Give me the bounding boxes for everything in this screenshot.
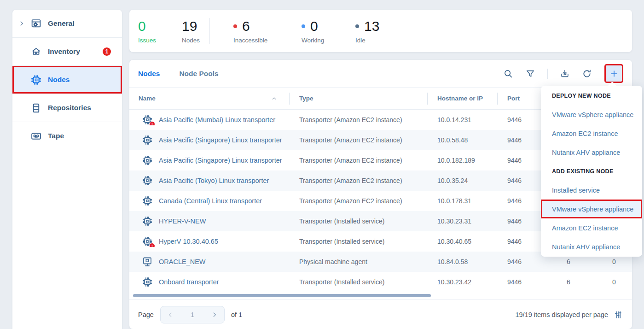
column-label: Name — [139, 95, 156, 102]
status-dot-icon — [355, 24, 359, 28]
stat-issues: 0 Issues — [138, 17, 156, 44]
sidebar-item-label: Inventory — [48, 47, 80, 56]
stat-label: Working — [302, 37, 324, 44]
stat-label: Idle — [355, 37, 379, 44]
gear-window-icon — [30, 18, 42, 29]
stat-label: Issues — [138, 37, 156, 44]
sidebar-item-label: Nodes — [48, 76, 70, 84]
node-hostname: 10.0.14.231 — [427, 116, 497, 123]
import-icon[interactable] — [560, 69, 570, 79]
tab-node-pools[interactable]: Node Pools — [179, 70, 218, 78]
dropdown-item-vmware-vsphere-appliance[interactable]: VMware vSphere appliance — [541, 105, 642, 124]
chevron-right-icon[interactable] — [18, 105, 30, 111]
chevron-right-icon[interactable] — [18, 76, 30, 83]
table-row[interactable]: ! Onboard transporter Transporter (Insta… — [129, 272, 632, 292]
node-type: Transporter (Installed service) — [289, 217, 427, 225]
dropdown-item-amazon-ec2-instance[interactable]: Amazon EC2 instance — [541, 218, 642, 237]
stat-label: Nodes — [182, 37, 200, 44]
stat-value: 19 — [182, 17, 197, 35]
node-name-link[interactable]: Asia Pacific (Singapore) Linux transport… — [159, 136, 282, 144]
dropdown-item-nutanix-ahv-appliance[interactable]: Nutanix AHV appliance — [541, 143, 642, 162]
node-port: 9446 — [497, 177, 541, 184]
stat-value: 13 — [364, 17, 379, 35]
scrollbar-thumb[interactable] — [133, 294, 431, 297]
node-type: Transporter (Amazon EC2 instance) — [289, 177, 427, 184]
stat-nodes: 19 Nodes — [182, 17, 200, 44]
column-header-port[interactable]: Port — [497, 88, 541, 109]
dropdown-section-header: ADD EXISTING NODE — [541, 162, 642, 181]
table-footer: Page 1 of 1 19/19 items displayed per pa… — [129, 300, 632, 329]
stat-working: 0 Working — [302, 17, 324, 44]
chevron-right-icon[interactable] — [18, 20, 30, 27]
node-hostname: 10.0.178.31 — [427, 197, 497, 205]
transporter-icon: ! — [142, 155, 153, 166]
transporter-icon: ! — [142, 175, 153, 186]
node-name-link[interactable]: Asia Pacific (Tokyo) Linux transporter — [159, 177, 269, 184]
node-type: Transporter (Amazon EC2 instance) — [289, 116, 427, 123]
node-hostname: 10.0.58.48 — [427, 136, 497, 144]
search-icon[interactable] — [503, 69, 513, 79]
filter-icon[interactable] — [525, 69, 535, 79]
dropdown-item-installed-service[interactable]: Installed service — [541, 181, 642, 200]
node-hostname: 10.30.23.42 — [427, 278, 497, 286]
column-label: Type — [299, 95, 313, 102]
horizontal-scrollbar — [129, 294, 632, 298]
tab-nodes[interactable]: Nodes — [138, 70, 160, 78]
tabs-row: NodesNode Pools — [129, 60, 632, 88]
sidebar-item-inventory[interactable]: Inventory 1 — [12, 38, 122, 66]
node-name-link[interactable]: Canada (Central) Linux transporter — [159, 197, 262, 205]
node-col6-value: 0 — [596, 258, 632, 265]
node-port: 9446 — [497, 116, 541, 123]
chevron-right-icon[interactable] — [18, 133, 30, 139]
notification-badge: 1 — [103, 47, 111, 56]
node-col6-value: 0 — [596, 278, 632, 286]
sidebar-item-nodes[interactable]: Nodes — [12, 66, 122, 94]
toolbar-divider — [547, 69, 548, 79]
node-name-link[interactable]: HyperV 10.30.40.65 — [159, 238, 218, 245]
previous-page-icon[interactable] — [167, 311, 174, 318]
node-hostname: 10.30.40.65 — [427, 238, 497, 245]
node-port: 9446 — [497, 136, 541, 144]
dropdown-item-amazon-ec2-instance[interactable]: Amazon EC2 instance — [541, 124, 642, 143]
transporter-icon: ! — [142, 195, 153, 206]
table-toolbar — [503, 65, 622, 82]
transporter-icon: ! — [142, 236, 153, 247]
sidebar-item-general[interactable]: General — [12, 10, 122, 38]
node-type: Transporter (Amazon EC2 instance) — [289, 157, 427, 164]
node-name-link[interactable]: HYPER-V-NEW — [159, 217, 206, 225]
node-name-link[interactable]: Asia Pacific (Mumbai) Linux transporter — [159, 116, 275, 123]
node-col5-value: 6 — [541, 258, 596, 265]
pager: 1 — [160, 306, 225, 323]
error-badge-icon: ! — [149, 243, 155, 247]
refresh-icon[interactable] — [582, 69, 592, 79]
sidebar: General Inventory 1 Nodes Repositories T… — [12, 10, 122, 329]
column-header-hostname[interactable]: Hostname or IP — [427, 88, 497, 109]
page-number-input[interactable]: 1 — [191, 311, 194, 318]
stat-value: 6 — [242, 17, 250, 35]
add-node-button[interactable] — [606, 65, 622, 82]
column-header-type[interactable]: Type — [289, 88, 427, 109]
stat-idle: 13 Idle — [355, 17, 379, 44]
node-type: Transporter (Amazon EC2 instance) — [289, 197, 427, 205]
chevron-right-icon[interactable] — [18, 48, 30, 55]
node-name-link[interactable]: Asia Pacific (Singapore) Linux transport… — [159, 157, 282, 164]
node-name-link[interactable]: Onboard transporter — [159, 278, 219, 286]
column-label: Hostname or IP — [437, 95, 483, 102]
sidebar-item-repositories[interactable]: Repositories — [12, 94, 122, 122]
node-port: 9446 — [497, 197, 541, 205]
sort-ascending-icon[interactable] — [271, 95, 277, 101]
sidebar-item-tape[interactable]: Tape — [12, 122, 122, 150]
dropdown-item-nutanix-ahv-appliance[interactable]: Nutanix AHV appliance — [541, 237, 642, 256]
dropdown-item-vmware-vsphere-appliance[interactable]: VMware vSphere appliance — [541, 200, 642, 218]
inventory-icon — [30, 46, 42, 58]
add-node-dropdown: DEPLOY NEW NODEVMware vSphere applianceA… — [541, 86, 642, 257]
transporter-icon: ! — [142, 135, 153, 146]
stat-label: Inaccessible — [233, 37, 267, 44]
display-settings-icon[interactable] — [614, 310, 623, 319]
node-port: 9446 — [497, 217, 541, 225]
column-label: Port — [507, 95, 520, 102]
column-header-name[interactable]: Name — [129, 88, 289, 109]
next-page-icon[interactable] — [211, 311, 218, 318]
agent-icon: ! — [142, 256, 153, 267]
node-name-link[interactable]: ORACLE_NEW — [159, 258, 206, 265]
